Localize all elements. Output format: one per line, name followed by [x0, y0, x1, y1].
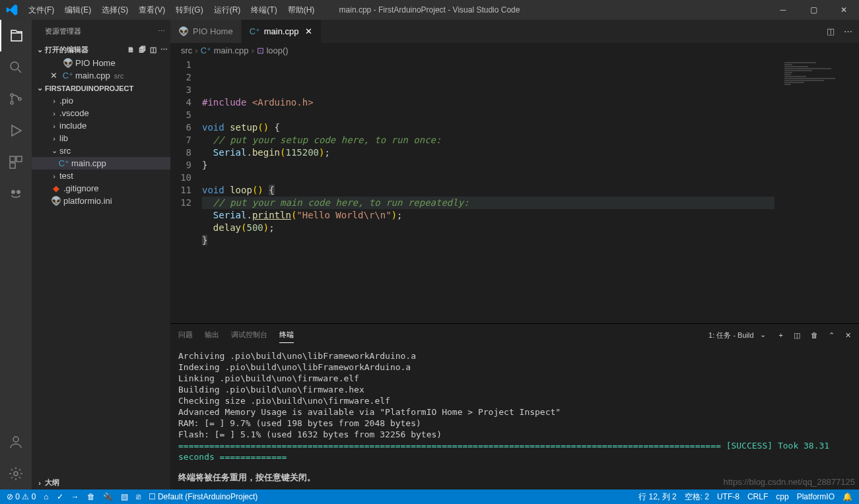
terminal-output[interactable]: Archiving .pio\build\uno\libFrameworkArd… [170, 346, 859, 489]
folder-item[interactable]: ›.pio [32, 94, 170, 107]
chevron-icon: › [50, 122, 58, 130]
open-editors-section[interactable]: ⌄打开的编辑器 🗎 🗐 ◫ ⋯ [32, 43, 170, 57]
terminal-selector[interactable]: 1: 任务 - Build ⌄ [704, 329, 768, 342]
platformio-icon: 👽 [62, 58, 74, 68]
file-item[interactable]: C⁺main.cpp [32, 157, 170, 170]
git-file-icon: ◆ [50, 183, 62, 193]
explorer-icon[interactable] [0, 20, 32, 51]
maximize-panel-icon[interactable]: ⌃ [829, 331, 835, 340]
split-editor-icon[interactable]: ◫ [827, 26, 835, 36]
status-bar: ⊘ 0 ⚠ 0 ⌂ ✓ → 🗑 🔌 ▤ ⎚ ☐ Default (FirstAr… [0, 489, 859, 504]
chevron-icon: ⌄ [50, 146, 58, 155]
close-panel-icon[interactable]: ✕ [845, 331, 851, 340]
status-item[interactable]: UTF-8 [717, 492, 739, 501]
settings-gear-icon[interactable] [0, 458, 32, 489]
search-icon[interactable] [0, 51, 32, 83]
pio-env-label[interactable]: ☐ Default (FirstArduinoProject) [149, 492, 258, 501]
layout-icon[interactable]: ◫ [150, 46, 156, 54]
menu-item[interactable]: 编辑(E) [59, 5, 96, 15]
panel-tab[interactable]: 调试控制台 [231, 327, 267, 343]
editor-tab[interactable]: 👽PIO Home [170, 20, 242, 43]
folder-item[interactable]: ›test [32, 170, 170, 182]
extensions-icon[interactable] [0, 146, 32, 178]
svg-point-10 [14, 472, 18, 476]
close-tab-icon[interactable]: ✕ [305, 26, 313, 36]
panel-tab[interactable]: 问题 [178, 327, 193, 343]
cpp-file-icon: C⁺ [250, 26, 260, 36]
new-file-icon[interactable]: 🗎 [127, 46, 135, 54]
file-item[interactable]: ◆.gitignore [32, 182, 170, 195]
line-gutter: 123456789101112 [170, 57, 202, 323]
status-item[interactable]: PlatformIO [797, 492, 835, 501]
pio-serial-icon[interactable]: 🔌 [103, 492, 113, 501]
breadcrumb-item[interactable]: src [181, 46, 192, 55]
svg-point-0 [11, 62, 18, 70]
source-control-icon[interactable] [0, 83, 32, 115]
status-item[interactable]: 行 12, 列 2 [638, 491, 676, 503]
svg-point-2 [11, 102, 13, 104]
platformio-icon: 👽 [178, 26, 189, 36]
svg-point-9 [13, 437, 18, 442]
code-editor[interactable]: #include <Arduino.h> void setup() { // p… [202, 57, 859, 323]
cpp-file-icon: C⁺ [58, 158, 70, 168]
explorer-sidebar: 资源管理器 ⋯ ⌄打开的编辑器 🗎 🗐 ◫ ⋯ 👽PIO Home✕C⁺main… [32, 20, 170, 489]
pio-build-icon[interactable]: ✓ [57, 492, 63, 501]
editor-tabs: 👽PIO HomeC⁺main.cpp✕ ◫ ⋯ [170, 20, 859, 43]
open-editor-item[interactable]: ✕C⁺main.cppsrc [32, 69, 170, 82]
menu-item[interactable]: 转到(G) [170, 5, 208, 15]
breadcrumb[interactable]: src›C⁺ main.cpp›⊡ loop() [170, 43, 859, 57]
status-item[interactable]: cpp [776, 492, 788, 501]
more-actions-icon[interactable]: ⋯ [160, 46, 168, 54]
chevron-down-icon: ⌄ [760, 331, 766, 339]
pio-upload-icon[interactable]: → [71, 492, 79, 501]
cpp-file-icon: C⁺ [62, 71, 74, 80]
menu-item[interactable]: 选择(S) [96, 5, 133, 15]
menu-item[interactable]: 查看(V) [133, 5, 170, 15]
folder-item[interactable]: ›.vscode [32, 107, 170, 119]
title-bar: 文件(F)编辑(E)选择(S)查看(V)转到(G)运行(R)终端(T)帮助(H)… [0, 0, 859, 20]
menu-item[interactable]: 运行(R) [209, 5, 246, 15]
panel-tab[interactable]: 终端 [279, 327, 294, 343]
save-all-icon[interactable]: 🗐 [139, 46, 146, 54]
pio-clean-icon[interactable]: 🗑 [87, 492, 95, 501]
breadcrumb-item[interactable]: C⁺ main.cpp [201, 46, 249, 55]
close-icon[interactable]: ✕ [50, 71, 59, 80]
folder-item[interactable]: ⌄src [32, 144, 170, 157]
open-editor-item[interactable]: 👽PIO Home [32, 57, 170, 69]
status-problems[interactable]: ⊘ 0 ⚠ 0 [7, 492, 36, 501]
project-section[interactable]: ⌄FIRSTARDUINOPROJECT [32, 82, 170, 94]
kill-terminal-icon[interactable]: 🗑 [811, 331, 818, 339]
pio-home-icon[interactable]: ⌂ [44, 492, 48, 501]
svg-rect-4 [10, 156, 15, 162]
status-item[interactable]: CRLF [747, 492, 768, 501]
folder-item[interactable]: ›lib [32, 132, 170, 144]
maximize-button[interactable]: ▢ [798, 0, 829, 20]
platformio-icon[interactable] [0, 178, 32, 210]
menu-item[interactable]: 终端(T) [246, 5, 282, 15]
editor-tab[interactable]: C⁺main.cpp✕ [242, 20, 322, 43]
notifications-icon[interactable]: 🔔 [842, 492, 852, 501]
pio-terminal-icon[interactable]: ▤ [121, 492, 128, 501]
menu-item[interactable]: 帮助(H) [283, 5, 320, 15]
new-terminal-icon[interactable]: + [779, 331, 783, 339]
svg-rect-6 [10, 163, 15, 168]
breadcrumb-item[interactable]: ⊡ loop() [257, 46, 289, 55]
more-icon[interactable]: ⋯ [158, 27, 165, 36]
menu-item[interactable]: 文件(F) [23, 5, 59, 15]
more-editor-icon[interactable]: ⋯ [844, 26, 852, 36]
minimize-button[interactable]: ─ [768, 0, 798, 20]
platformio-file-icon: 👽 [50, 196, 62, 206]
status-item[interactable]: 空格: 2 [685, 491, 709, 503]
accounts-icon[interactable] [0, 426, 32, 458]
pio-newterm-icon[interactable]: ⎚ [136, 492, 141, 501]
activity-bar [0, 20, 32, 489]
folder-item[interactable]: ›include [32, 119, 170, 132]
outline-section[interactable]: ›大纲 [32, 476, 170, 489]
file-item[interactable]: 👽platformio.ini [32, 195, 170, 207]
chevron-icon: › [50, 110, 58, 117]
close-window-button[interactable]: ✕ [829, 0, 859, 20]
panel-tab[interactable]: 输出 [205, 327, 219, 343]
split-terminal-icon[interactable]: ◫ [794, 331, 800, 340]
vscode-logo-icon [0, 4, 23, 16]
run-debug-icon[interactable] [0, 115, 32, 146]
